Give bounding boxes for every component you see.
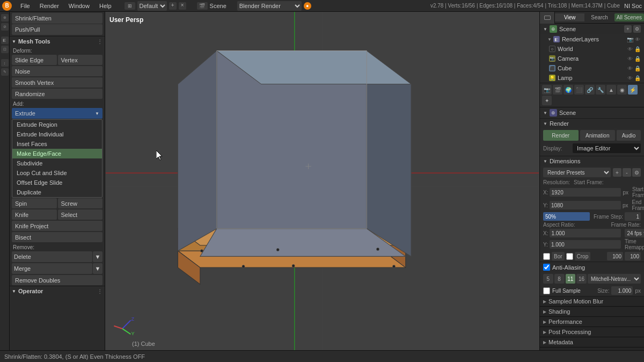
prop-material-icon-btn[interactable]: ◉ bbox=[617, 85, 627, 95]
full-sample-checkbox[interactable] bbox=[543, 287, 550, 294]
res-y-input[interactable] bbox=[550, 201, 621, 209]
left-icon-4[interactable]: ⊡ bbox=[1, 46, 9, 53]
lamp-item[interactable]: 💡 Lamp 👁 🔒 bbox=[540, 73, 644, 83]
aa-btn-8[interactable]: 8 bbox=[554, 274, 565, 284]
render-render-btn[interactable]: Render bbox=[543, 130, 579, 141]
outliner-icon-btn[interactable] bbox=[540, 12, 555, 24]
camera-item[interactable]: 📷 Camera 👁 🔒 bbox=[540, 54, 644, 63]
viewport[interactable]: User Persp bbox=[105, 12, 539, 362]
make-edge-face-item[interactable]: Make Edge/Face bbox=[12, 149, 102, 158]
cube-eye-btn[interactable]: 👁 bbox=[627, 65, 633, 71]
prop-texture-icon-btn[interactable]: ⚡ bbox=[628, 85, 638, 95]
vertex-btn[interactable]: Vertex bbox=[58, 55, 103, 65]
render-audio-btn[interactable]: Audio bbox=[617, 130, 641, 141]
screw-btn[interactable]: Screw bbox=[58, 198, 103, 208]
scene-add-btn[interactable]: + bbox=[624, 25, 632, 33]
screen-layout-select[interactable]: Default bbox=[137, 1, 167, 11]
cube-item[interactable]: ⬛ Cube 👁 🔒 bbox=[540, 63, 644, 73]
knife-btn[interactable]: Knife bbox=[12, 209, 57, 220]
delete-arrow-btn[interactable]: ▼ bbox=[93, 251, 103, 262]
prop-constraint-icon-btn[interactable]: 🔗 bbox=[585, 85, 595, 95]
delete-btn[interactable]: Delete bbox=[12, 251, 92, 262]
add-screen-btn[interactable]: + bbox=[169, 2, 177, 10]
noise-btn[interactable]: Noise bbox=[12, 66, 103, 76]
aa-btn-5[interactable]: 5 bbox=[543, 274, 553, 284]
shading-header[interactable]: ▶ Shading bbox=[540, 307, 644, 316]
render-layers-item[interactable]: ▼ ◧ RenderLayers 📷 👁 bbox=[540, 34, 644, 44]
res-x-input[interactable] bbox=[550, 188, 621, 197]
operator-header[interactable]: ▼ Operator ⋮ bbox=[10, 286, 105, 296]
shrink-flatten-btn[interactable]: Shrink/Flatten bbox=[12, 13, 103, 24]
display-select[interactable]: Image Editor bbox=[573, 143, 641, 153]
select-btn[interactable]: Select bbox=[58, 209, 103, 220]
prop-world-icon-btn[interactable]: 🌍 bbox=[564, 85, 573, 95]
lamp-eye-btn[interactable]: 👁 bbox=[627, 75, 633, 81]
left-icon-1[interactable]: ⊕ bbox=[1, 14, 9, 21]
preset-add-btn[interactable]: + bbox=[613, 168, 621, 177]
camera-eye-btn[interactable]: 👁 bbox=[627, 55, 633, 62]
smooth-vertex-btn[interactable]: Smooth Vertex bbox=[12, 77, 103, 88]
prop-data-icon-btn[interactable]: ▲ bbox=[606, 85, 616, 95]
dimensions-header[interactable]: ▼ Dimensions bbox=[540, 156, 644, 166]
subdivide-item[interactable]: Subdivide bbox=[12, 158, 102, 168]
world-item[interactable]: ○ World 👁 🔒 bbox=[540, 44, 644, 54]
preset-settings-btn[interactable]: ⚙ bbox=[632, 168, 641, 177]
crop-checkbox[interactable] bbox=[566, 253, 573, 260]
world-eye-btn[interactable]: 👁 bbox=[627, 46, 633, 52]
size-input[interactable] bbox=[611, 286, 633, 295]
left-icon-6[interactable]: ✎ bbox=[1, 68, 9, 76]
search-tab[interactable]: Search bbox=[584, 13, 614, 21]
sampled-motion-blur-header[interactable]: ▶ Sampled Motion Blur bbox=[540, 296, 644, 306]
scene-settings-btn[interactable]: ⚙ bbox=[633, 25, 641, 33]
view-tab[interactable]: View bbox=[555, 13, 584, 21]
aa-checkbox[interactable] bbox=[543, 264, 550, 271]
menu-file[interactable]: File bbox=[18, 3, 32, 9]
scene-section-header[interactable]: ▼ ⊕ Scene + ⚙ bbox=[540, 24, 644, 34]
inset-faces-item[interactable]: Inset Faces bbox=[12, 139, 102, 149]
frame-step-input[interactable] bbox=[625, 212, 641, 221]
cube-lock-btn[interactable]: 🔒 bbox=[634, 65, 641, 71]
push-pull-btn[interactable]: Push/Pull bbox=[12, 24, 103, 35]
performance-header[interactable]: ▶ Performance bbox=[540, 317, 644, 327]
scene-sub-header[interactable]: ▼ ⊕ Scene bbox=[540, 107, 644, 118]
post-processing-header[interactable]: ▶ Post Processing bbox=[540, 327, 644, 337]
metadata-header[interactable]: ▶ Metadata bbox=[540, 337, 644, 347]
renderer-select[interactable]: Blender Render bbox=[237, 1, 302, 11]
time-remap-old-input[interactable] bbox=[607, 252, 623, 260]
menu-render[interactable]: Render bbox=[38, 3, 61, 9]
offset-edge-item[interactable]: Offset Edge Slide bbox=[12, 178, 102, 187]
percent-bar[interactable]: 50% bbox=[543, 212, 590, 221]
loop-cut-item[interactable]: Loop Cut and Slide bbox=[12, 168, 102, 178]
frame-rate-select[interactable]: 24 fps bbox=[625, 229, 644, 237]
crop-btn[interactable]: Crop bbox=[575, 252, 591, 260]
left-icon-3[interactable]: ◧ bbox=[1, 37, 9, 44]
aa-btn-11[interactable]: 11 bbox=[566, 274, 576, 284]
remove-screen-btn[interactable]: × bbox=[179, 2, 186, 10]
merge-btn[interactable]: Merge bbox=[12, 263, 92, 274]
all-scenes-btn[interactable]: All Scenes bbox=[614, 13, 644, 21]
bisect-btn[interactable]: Bisect bbox=[12, 232, 103, 242]
prop-scene-icon-btn[interactable]: 🎬 bbox=[553, 85, 562, 95]
preset-remove-btn[interactable]: - bbox=[623, 168, 631, 177]
spin-btn[interactable]: Spin bbox=[12, 198, 57, 208]
duplicate-item[interactable]: Duplicate bbox=[12, 187, 102, 197]
prop-particles-icon-btn[interactable]: ✦ bbox=[542, 96, 552, 105]
slide-edge-btn[interactable]: Slide Edge bbox=[12, 55, 57, 65]
randomize-btn[interactable]: Randomize bbox=[12, 89, 103, 99]
left-icon-2[interactable]: ⊘ bbox=[1, 23, 9, 31]
menu-window[interactable]: Window bbox=[67, 3, 92, 9]
extrude-individual-item[interactable]: Extrude Individual bbox=[12, 129, 102, 139]
prop-render-icon-btn[interactable]: 📷 bbox=[542, 85, 552, 95]
view-mode-icon[interactable]: ⊞ bbox=[125, 2, 135, 10]
render-layers-camera-btn[interactable]: 📷 bbox=[627, 36, 633, 42]
camera-lock-btn[interactable]: 🔒 bbox=[634, 55, 641, 62]
remove-doubles-btn[interactable]: Remove Doubles bbox=[12, 275, 103, 285]
aa-filter-select[interactable]: Mitchell-Netrav... bbox=[588, 274, 641, 284]
prop-object-icon-btn[interactable]: ⬛ bbox=[574, 85, 584, 95]
render-animation-btn[interactable]: Animation bbox=[580, 130, 616, 141]
world-lock-btn[interactable]: 🔒 bbox=[634, 46, 641, 52]
aspect-y-input[interactable] bbox=[550, 240, 621, 249]
aa-btn-16[interactable]: 16 bbox=[576, 274, 587, 284]
left-icon-5[interactable]: ↕ bbox=[1, 59, 9, 67]
extrude-dropdown[interactable]: Extrude ▼ bbox=[12, 108, 103, 119]
